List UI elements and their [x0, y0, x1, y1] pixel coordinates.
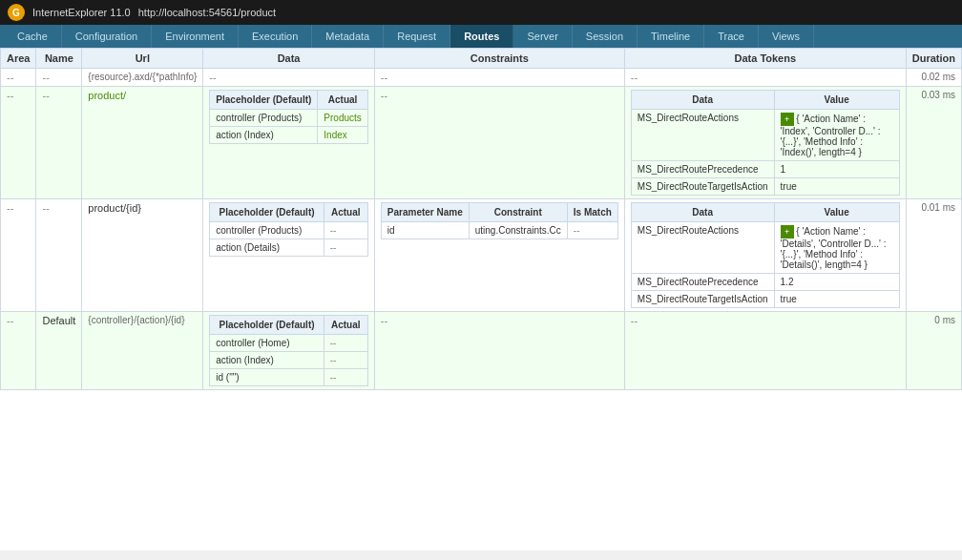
cell-duration: 0.03 ms — [906, 87, 961, 199]
table-row: -- Default {controller}/{action}/{id} Pl… — [1, 312, 962, 390]
app-name: InternetExplorer 11.0 — [32, 7, 131, 18]
nav-tab-request[interactable]: Request — [384, 25, 450, 48]
cell-duration: 0 ms — [906, 312, 961, 390]
content-area: Area Name Url Data Constraints Data Toke… — [0, 48, 962, 550]
param-name-header: Parameter Name — [381, 203, 469, 222]
cell-name: Default — [36, 312, 82, 390]
action-label: action (Details) — [210, 239, 324, 257]
action-label: action (Index) — [210, 127, 318, 144]
id-value: -- — [324, 369, 367, 386]
controller-label: controller (Products) — [210, 110, 318, 127]
cell-data: Placeholder (Default) Actual controller … — [203, 199, 375, 312]
nav-tabs: CacheConfigurationEnvironmentExecutionMe… — [0, 25, 962, 48]
controller-label: controller (Home) — [210, 335, 324, 352]
cell-area: -- — [1, 312, 36, 390]
dt-data-key: MS_DirectRoutePrecedence — [631, 161, 774, 178]
placeholder-header: Placeholder (Default) — [210, 316, 324, 335]
col-url: Url — [82, 49, 203, 69]
app-url: http://localhost:54561/product — [138, 7, 276, 18]
nav-tab-execution[interactable]: Execution — [239, 25, 312, 48]
constraint-param: id — [381, 222, 469, 239]
nav-tab-trace[interactable]: Trace — [704, 25, 759, 48]
cell-data: -- — [203, 69, 375, 87]
dt-header-value: Value — [774, 203, 899, 222]
dt-data-key: MS_DirectRouteActions — [631, 222, 774, 274]
cell-data-tokens: Data Value MS_DirectRouteActions + { 'Ac… — [624, 87, 906, 199]
actual-header: Actual — [318, 91, 367, 110]
table-row: -- -- {resource}.axd/{*pathInfo} -- -- -… — [1, 69, 962, 87]
cell-duration: 0.01 ms — [906, 199, 961, 312]
dt-header-value: Value — [774, 91, 899, 110]
cell-duration: 0.02 ms — [906, 69, 961, 87]
nav-tab-configuration[interactable]: Configuration — [62, 25, 152, 48]
placeholder-header: Placeholder (Default) — [210, 203, 324, 222]
id-label: id ("") — [210, 369, 324, 386]
table-row: -- -- product/{id} Placeholder (Default)… — [1, 199, 962, 312]
dt-data-value: + { 'Action Name' : 'Index', 'Controller… — [774, 110, 899, 161]
app-logo: G — [8, 4, 25, 21]
nav-tab-metadata[interactable]: Metadata — [312, 25, 384, 48]
dt-header-data: Data — [631, 91, 774, 110]
col-area: Area — [1, 49, 36, 69]
cell-area: -- — [1, 69, 36, 87]
cell-constraints: -- — [374, 312, 624, 390]
controller-label: controller (Products) — [210, 222, 324, 239]
dt-data-value: 1.2 — [774, 274, 899, 291]
dt-data-value: 1 — [774, 161, 899, 178]
nav-tab-cache[interactable]: Cache — [4, 25, 62, 48]
controller-value: -- — [324, 335, 367, 352]
cell-url: {resource}.axd/{*pathInfo} — [82, 69, 203, 87]
dt-data-key: MS_DirectRoutePrecedence — [631, 274, 774, 291]
expand-button[interactable]: + — [781, 225, 794, 239]
routes-table: Area Name Url Data Constraints Data Toke… — [0, 48, 962, 390]
cell-constraints: -- — [374, 87, 624, 199]
action-label: action (Index) — [210, 352, 324, 369]
dt-data-key: MS_DirectRouteTargetIsAction — [631, 291, 774, 308]
cell-area: -- — [1, 87, 36, 199]
action-value: -- — [324, 352, 367, 369]
is-match-header: Is Match — [567, 203, 617, 222]
cell-name: -- — [36, 199, 82, 312]
nav-tab-timeline[interactable]: Timeline — [638, 25, 704, 48]
table-row: -- -- product/ Placeholder (Default) Act… — [1, 87, 962, 199]
cell-name: -- — [36, 87, 82, 199]
cell-url: {controller}/{action}/{id} — [82, 312, 203, 390]
cell-data-tokens: Data Value MS_DirectRouteActions + { 'Ac… — [624, 199, 906, 312]
cell-data: Placeholder (Default) Actual controller … — [203, 87, 375, 199]
action-value: Index — [318, 127, 367, 144]
nav-tab-routes[interactable]: Routes — [450, 25, 513, 48]
dt-data-value: true — [774, 291, 899, 308]
actual-header: Actual — [324, 203, 367, 222]
cell-url: product/ — [82, 87, 203, 199]
controller-value: -- — [324, 222, 367, 239]
constraint-val: uting.Constraints.Cc — [469, 222, 567, 239]
nav-tab-server[interactable]: Server — [513, 25, 572, 48]
cell-data: Placeholder (Default) Actual controller … — [203, 312, 375, 390]
expand-button[interactable]: + — [781, 113, 794, 126]
dt-data-key: MS_DirectRouteActions — [631, 110, 774, 161]
cell-data-tokens: -- — [624, 312, 906, 390]
cell-url: product/{id} — [82, 199, 203, 312]
col-duration: Duration — [906, 49, 961, 69]
col-data: Data — [203, 49, 375, 69]
dt-data-value: true — [774, 178, 899, 196]
nav-tab-environment[interactable]: Environment — [152, 25, 239, 48]
cell-name: -- — [36, 69, 82, 87]
is-match-val: -- — [567, 222, 617, 239]
title-bar: G InternetExplorer 11.0 http://localhost… — [0, 0, 962, 25]
dt-header-data: Data — [631, 203, 774, 222]
cell-constraints: -- — [374, 69, 624, 87]
col-constraints: Constraints — [374, 49, 624, 69]
nav-tab-session[interactable]: Session — [573, 25, 638, 48]
col-name: Name — [36, 49, 82, 69]
cell-constraints: Parameter Name Constraint Is Match id ut… — [374, 199, 624, 312]
placeholder-header: Placeholder (Default) — [210, 91, 318, 110]
actual-header: Actual — [324, 316, 367, 335]
controller-value: Products — [318, 110, 367, 127]
dt-data-value: + { 'Action Name' : 'Details', 'Controll… — [774, 222, 899, 274]
action-value: -- — [324, 239, 367, 257]
dt-data-key: MS_DirectRouteTargetIsAction — [631, 178, 774, 196]
constraint-header: Constraint — [469, 203, 567, 222]
nav-tab-views[interactable]: Views — [759, 25, 814, 48]
cell-data-tokens: -- — [624, 69, 906, 87]
